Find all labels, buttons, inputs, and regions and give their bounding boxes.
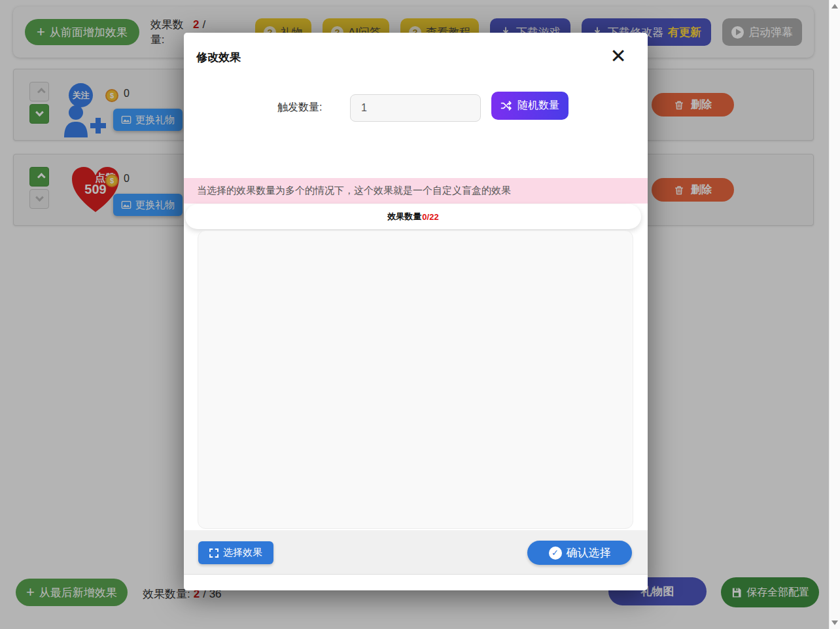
close-icon[interactable]: ✕ bbox=[605, 43, 631, 69]
select-effect-label: 选择效果 bbox=[223, 547, 262, 559]
effect-selection-area[interactable] bbox=[198, 230, 633, 529]
dialog-footer: 选择效果 ✓ 确认选择 bbox=[184, 530, 648, 575]
selected-effect-count-bar: 效果数量 0/22 bbox=[185, 204, 641, 229]
selected-count-value: 0/22 bbox=[422, 212, 438, 222]
select-effect-button[interactable]: 选择效果 bbox=[198, 541, 273, 564]
scroll-down-icon[interactable] bbox=[831, 620, 838, 625]
trigger-count-input[interactable] bbox=[350, 94, 481, 122]
edit-effect-dialog: 修改效果 ✕ 触发数量: 随机数量 当选择的效果数量为多个的情况下，这个效果就是… bbox=[184, 33, 648, 590]
shuffle-icon bbox=[500, 99, 513, 112]
page-scrollbar[interactable] bbox=[829, 0, 840, 629]
scroll-up-icon[interactable] bbox=[831, 4, 838, 9]
confirm-selection-button[interactable]: ✓ 确认选择 bbox=[527, 541, 632, 565]
trigger-count-label: 触发数量: bbox=[277, 101, 322, 115]
check-circle-icon: ✓ bbox=[549, 547, 562, 560]
confirm-selection-label: 确认选择 bbox=[567, 545, 611, 560]
dialog-title: 修改效果 bbox=[196, 50, 241, 65]
selected-count-label: 效果数量 bbox=[387, 211, 421, 223]
random-count-label: 随机数量 bbox=[517, 99, 559, 113]
random-count-button[interactable]: 随机数量 bbox=[491, 92, 569, 120]
notice-text: 当选择的效果数量为多个的情况下，这个效果就是一个自定义盲盒的效果 bbox=[197, 185, 511, 197]
selection-box-icon bbox=[209, 548, 219, 558]
blindbox-notice: 当选择的效果数量为多个的情况下，这个效果就是一个自定义盲盒的效果 bbox=[184, 178, 648, 204]
